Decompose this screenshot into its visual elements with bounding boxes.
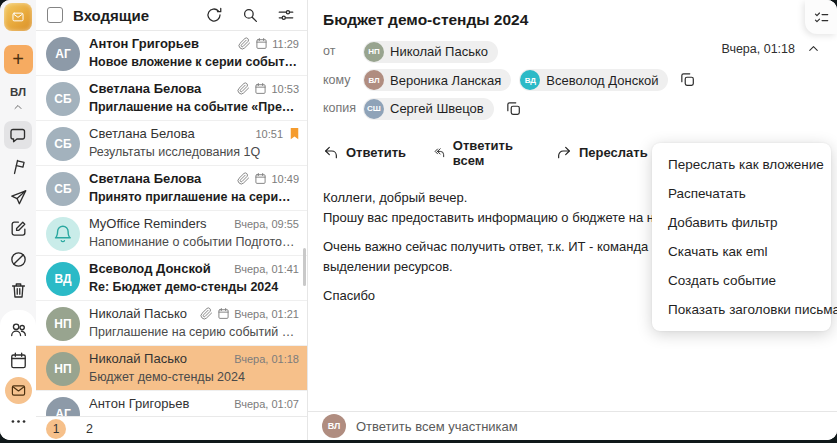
list-item[interactable]: СБСветлана Белова10:51Результаты исследо… [36,121,307,166]
trash-icon [9,281,28,300]
flag-icon [9,157,28,176]
bookmark-flag-icon [287,126,302,141]
avatar: СБ [46,82,80,116]
list-item[interactable]: НПНиколай ПаськоВчера, 01:21Приглашение … [36,301,307,346]
reply-icon [323,145,339,161]
mail-date: Вчера, 01:18 [721,42,795,56]
reply-button[interactable]: Ответить [323,145,406,161]
message-time: Вчера, 01:41 [234,263,299,275]
recipient-name: Николай Пасько [390,44,488,59]
list-item[interactable]: СБСветлана Белова10:49Принято приглашени… [36,166,307,211]
menu-item[interactable]: Показать заголовки письма [652,295,831,324]
calendar-app-button[interactable] [4,346,32,374]
reading-pane: Бюджет демо-стенды 2024 от НПНиколай Пас… [308,0,837,440]
list-item[interactable]: СБСветлана Белова10:53Приглашение на соб… [36,76,307,121]
reply-all-button[interactable]: Ответить всем [433,138,529,168]
reminder-bell-avatar [46,217,80,251]
paperclip-icon [237,172,250,185]
message-subject: Принято приглашение на серию событий «..… [89,190,299,204]
quick-reply-bar[interactable]: ВЛ Ответить всем участникам [308,411,837,440]
reply-all-icon [433,145,446,161]
page-2-button[interactable]: 2 [86,422,93,436]
calendar-icon [255,37,268,50]
avatar: СБ [46,127,80,161]
folder-drafts-button[interactable] [4,214,32,242]
account-initials[interactable]: ВЛ [10,86,26,98]
collapse-header-icon[interactable] [806,41,821,56]
paper-plane-icon [9,188,28,207]
tasks-panel-toggle[interactable] [805,0,837,34]
from-label: от [323,44,363,58]
recipient-chip[interactable]: ВДВсеволод Донской [519,69,668,91]
message-time: 10:51 [255,128,283,140]
avatar: ВД [46,262,80,296]
list-item[interactable]: НПНиколай ПаськоВчера, 01:18Бюджет демо-… [36,346,307,391]
compose-icon [9,219,28,238]
more-apps-button[interactable] [4,407,32,435]
envelope-icon [10,382,27,399]
quick-reply-label: Ответить всем участникам [356,419,518,434]
avatar: ВЛ [322,414,346,438]
search-icon[interactable] [241,6,259,24]
folder-spam-button[interactable] [4,245,32,273]
sender-name: Антон Григорьев [89,396,234,411]
message-time: 10:53 [271,83,299,95]
copy-cc-icon[interactable] [505,100,522,117]
message-subject: Бюджет демо-стенды 2024 [89,370,299,384]
block-icon [9,250,28,269]
folder-inbox-button[interactable] [4,121,32,149]
more-actions-menu: Переслать как вложениеРаспечататьДобавит… [652,143,831,331]
list-item[interactable]: ВДВсеволод ДонскойВчера, 01:41Re: Бюджет… [36,256,307,301]
filter-icon[interactable] [277,6,295,24]
sender-name: Николай Пасько [89,306,200,321]
sender-name: Светлана Белова [89,126,255,141]
avatar: НП [364,42,384,62]
folder-trash-button[interactable] [4,276,32,304]
folder-flagged-button[interactable] [4,152,32,180]
message-time: Вчера, 01:21 [234,308,299,320]
menu-item[interactable]: Переслать как вложение [652,150,831,179]
list-scrollbar[interactable] [303,248,306,286]
menu-item[interactable]: Создать событие [652,266,831,295]
to-label: кому [323,73,363,87]
message-time: 10:49 [271,173,299,185]
message-list-pane: Входящие АГАнтон Григорьев11:29Новое вло… [36,0,308,440]
to-chips: ВЛВероника ЛанскаяВДВсеволод Донской [363,69,676,92]
menu-item[interactable]: Распечатать [652,179,831,208]
menu-item[interactable]: Добавить фильтр [652,208,831,237]
refresh-icon[interactable] [205,6,223,24]
message-subject: Re: Бюджет демо-стенды 2024 [89,280,299,294]
compose-new-button[interactable]: + [4,45,33,74]
avatar: АГ [46,37,80,71]
recipient-chip[interactable]: ВЛВероника Ланская [363,69,511,91]
calendar-icon [9,351,28,370]
message-time: 11:29 [272,38,299,50]
select-all-checkbox[interactable] [47,7,63,23]
account-collapse-icon[interactable] [12,101,24,113]
mail-app-button[interactable] [5,377,32,404]
list-item[interactable]: АГАнтон Григорьев11:29Новое вложение к с… [36,31,307,76]
contacts-app-button[interactable] [4,315,32,343]
calendar-icon [254,172,267,185]
page-1-button[interactable]: 1 [46,419,66,439]
list-item[interactable]: АГАнтон ГригорьевВчера, 01:07 [36,391,307,416]
message-list: АГАнтон Григорьев11:29Новое вложение к с… [36,31,307,416]
sender-name: MyOffice Reminders [89,216,234,231]
copy-recipients-icon[interactable] [679,71,696,88]
list-item[interactable]: MyOffice RemindersВчера, 09:55Напоминани… [36,211,307,256]
folder-sent-button[interactable] [4,183,32,211]
recipient-chip[interactable]: НПНиколай Пасько [363,41,498,63]
menu-item[interactable]: Скачать как eml [652,237,831,266]
message-subject: Результаты исследования 1Q [89,145,299,159]
recipient-name: Вероника Ланская [390,73,501,88]
list-header: Входящие [36,0,307,31]
forward-button[interactable]: Переслать [556,145,648,161]
message-time: Вчера, 01:18 [234,353,299,365]
mail-subject: Бюджет демо-стенды 2024 [308,0,837,38]
bell-icon [53,224,73,244]
sender-name: Светлана Белова [89,81,237,96]
people-icon [9,320,28,339]
app-switcher [0,310,36,440]
cc-chips: СШСергей Швецов [363,97,502,120]
recipient-chip[interactable]: СШСергей Швецов [363,98,494,120]
